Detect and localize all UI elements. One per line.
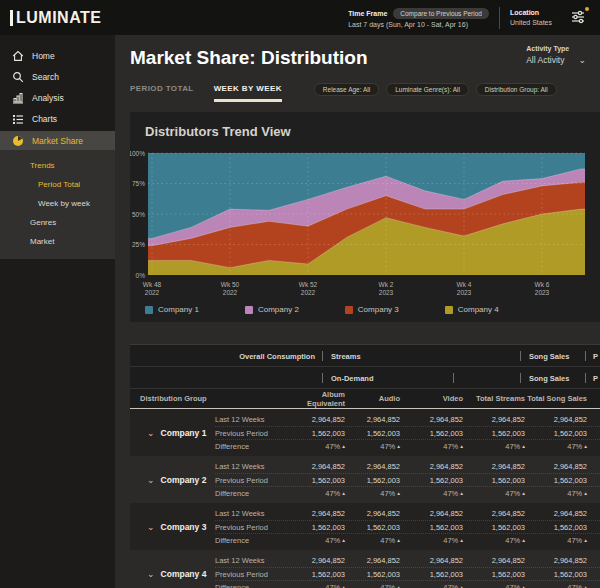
row-label: Previous Period bbox=[215, 570, 282, 579]
sidebar-item-home[interactable]: Home bbox=[0, 45, 115, 66]
group-expander-company-2[interactable]: ⌄Company 2 bbox=[130, 460, 215, 499]
chevron-down-icon: ⌄ bbox=[147, 571, 155, 577]
sidebar-subitem-genres[interactable]: Genres bbox=[0, 213, 115, 232]
analysis-icon bbox=[12, 92, 24, 104]
cell-value: 47%▴ bbox=[282, 536, 345, 545]
cell-value: 2,964,852 bbox=[525, 509, 587, 518]
distributors-trend-card: Distributors Trend View 100%75%50%25%0%W… bbox=[130, 112, 600, 322]
cell-value: 2,964,852 bbox=[282, 415, 345, 424]
location-control[interactable]: Location United States bbox=[510, 9, 552, 26]
column-header-distribution-group: Distribution Group bbox=[130, 394, 282, 403]
table-row: Previous Period1,562,0031,562,0031,562,0… bbox=[215, 520, 600, 533]
legend-item-company-2[interactable]: Company 2 bbox=[245, 305, 299, 314]
cell-value: 1,562,003 bbox=[400, 523, 463, 532]
legend-item-company-3[interactable]: Company 3 bbox=[345, 305, 399, 314]
sidebar-subitem-period-total[interactable]: Period Total bbox=[0, 175, 115, 194]
table-row: Previous Period1,562,0031,562,0031,562,0… bbox=[215, 473, 600, 486]
cell-value: 47%▴ bbox=[525, 442, 587, 451]
group-name: Company 1 bbox=[161, 428, 207, 438]
cell-value: 2,964,852 bbox=[345, 415, 400, 424]
row-label: Previous Period bbox=[215, 429, 282, 438]
filter-chip-release-age[interactable]: Release Age: All bbox=[314, 83, 379, 96]
time-frame-control[interactable]: Time Frame Compare to Previous Period La… bbox=[348, 8, 489, 28]
location-label: Location bbox=[510, 9, 552, 16]
sidebar-item-search[interactable]: Search bbox=[0, 66, 115, 87]
sidebar-subitem-trends[interactable]: Trends bbox=[0, 156, 115, 175]
sidebar-item-analysis[interactable]: Analysis bbox=[0, 87, 115, 108]
svg-text:100%: 100% bbox=[130, 150, 145, 157]
column-header-row: Distribution GroupAlbum EquivalentAudioV… bbox=[130, 389, 600, 409]
cell-value: 2,964,852 bbox=[282, 462, 345, 471]
row-label: Last 12 Weeks bbox=[215, 556, 282, 565]
activity-type-label: Activity Type bbox=[526, 45, 586, 52]
cell-value: 1,562,003 bbox=[463, 523, 525, 532]
cell-value: 47%▴ bbox=[345, 536, 400, 545]
sidebar-item-market-share[interactable]: Market Share bbox=[0, 131, 115, 150]
header-group-row-1: Overall Consumption Streams Song Sales P bbox=[130, 345, 600, 367]
legend-label: Company 4 bbox=[458, 305, 499, 314]
header-on-demand: On-Demand bbox=[331, 374, 374, 383]
home-icon bbox=[12, 50, 24, 62]
cell-value: 47%▴ bbox=[400, 583, 463, 588]
sidebar-subitem-market[interactable]: Market bbox=[0, 232, 115, 251]
group-expander-company-1[interactable]: ⌄Company 1 bbox=[130, 413, 215, 452]
svg-text:25%: 25% bbox=[132, 241, 145, 248]
activity-type-value: All Activity bbox=[526, 55, 564, 65]
group-expander-company-4[interactable]: ⌄Company 4 bbox=[130, 554, 215, 588]
table-body: ⌄Company 1Last 12 Weeks2,964,8522,964,85… bbox=[130, 409, 600, 588]
table-row: Difference47%▴47%▴47%▴47%▴47%▴ bbox=[215, 439, 600, 452]
cell-value: 47%▴ bbox=[463, 489, 525, 498]
svg-text:Wk 4: Wk 4 bbox=[457, 281, 472, 288]
activity-type-dropdown[interactable]: Activity Type All Activity ⌄ bbox=[526, 45, 586, 65]
luminate-logo: LUMINATE bbox=[10, 10, 101, 26]
filter-chip-distribution-group[interactable]: Distribution Group: All bbox=[476, 83, 557, 96]
chevron-down-icon: ⌄ bbox=[147, 430, 155, 436]
svg-text:75%: 75% bbox=[132, 180, 145, 187]
cell-value: 1,562,003 bbox=[282, 523, 345, 532]
sidebar-item-charts[interactable]: Charts bbox=[0, 108, 115, 129]
legend-item-company-1[interactable]: Company 1 bbox=[145, 305, 199, 314]
svg-text:2023: 2023 bbox=[457, 289, 472, 296]
sidebar-subitem-week-by-week[interactable]: Week by week bbox=[0, 194, 115, 213]
sidebar-nav: HomeSearchAnalysisChartsMarket Share Tre… bbox=[0, 35, 115, 588]
svg-text:Wk 2: Wk 2 bbox=[379, 281, 394, 288]
cell-value: 1,562,003 bbox=[345, 476, 400, 485]
cell-value: 47%▴ bbox=[463, 583, 525, 588]
table-row: Last 12 Weeks2,964,8522,964,8522,964,852… bbox=[215, 554, 600, 567]
group-name: Company 3 bbox=[161, 522, 207, 532]
tabs-row: PERIOD TOTALWEEK BY WEEK Release Age: Al… bbox=[115, 69, 600, 102]
header-cut-column-2: P bbox=[593, 374, 598, 383]
legend-swatch-icon bbox=[145, 306, 153, 314]
cell-value: 47%▴ bbox=[525, 536, 587, 545]
cell-value: 1,562,003 bbox=[400, 429, 463, 438]
row-label: Difference bbox=[215, 442, 282, 451]
chevron-down-icon: ⌄ bbox=[578, 57, 586, 63]
sidebar-item-label: Market Share bbox=[32, 136, 83, 146]
cell-value: 1,562,003 bbox=[345, 429, 400, 438]
page-title: Market Share: Distribution bbox=[130, 47, 585, 69]
cell-value: 1,562,003 bbox=[282, 570, 345, 579]
cell-value: 2,964,852 bbox=[400, 415, 463, 424]
chart-title: Distributors Trend View bbox=[130, 124, 600, 139]
cell-value: 47%▴ bbox=[400, 536, 463, 545]
legend-item-company-4[interactable]: Company 4 bbox=[445, 305, 499, 314]
table-row: Difference47%▴47%▴47%▴47%▴47%▴ bbox=[215, 533, 600, 546]
cell-value: 47%▴ bbox=[345, 442, 400, 451]
svg-text:50%: 50% bbox=[132, 211, 145, 218]
market-share-submenu: TrendsPeriod TotalWeek by weekGenresMark… bbox=[0, 150, 115, 259]
header-cut-column: P bbox=[593, 352, 598, 361]
time-frame-value: Last 7 days (Sun, Apr 10 - Sat, Apr 16) bbox=[348, 21, 489, 28]
trend-up-icon: ▴ bbox=[584, 584, 587, 588]
row-label: Difference bbox=[215, 489, 282, 498]
filter-chip-luminate-genre-s-[interactable]: Luminate Genre(s): All bbox=[386, 83, 469, 96]
row-label: Last 12 Weeks bbox=[215, 462, 282, 471]
cell-value: 2,964,852 bbox=[400, 462, 463, 471]
tab-week-by-week[interactable]: WEEK BY WEEK bbox=[214, 84, 282, 102]
filter-sliders-icon[interactable] bbox=[570, 9, 588, 27]
legend-swatch-icon bbox=[245, 306, 253, 314]
column-header-video: Video bbox=[400, 394, 463, 403]
compare-period-badge[interactable]: Compare to Previous Period bbox=[393, 8, 489, 19]
tab-period-total[interactable]: PERIOD TOTAL bbox=[130, 84, 194, 102]
cell-value: 2,964,852 bbox=[525, 462, 587, 471]
group-expander-company-3[interactable]: ⌄Company 3 bbox=[130, 507, 215, 546]
